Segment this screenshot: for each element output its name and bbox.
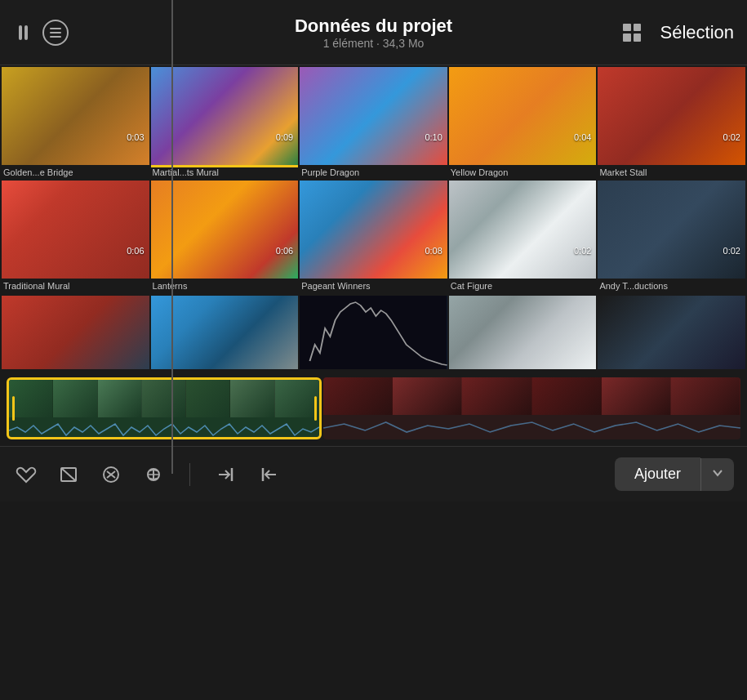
reject-icon	[100, 465, 122, 484]
toolbar-right: Ajouter	[615, 457, 734, 491]
project-title-area: Données du projet 1 élément · 34,3 Mo	[295, 16, 452, 50]
media-item-10[interactable]: 0:02 Andy T...ductions	[598, 181, 745, 292]
bottom-toolbar: Ajouter	[0, 446, 747, 502]
trim-start-button[interactable]	[256, 461, 282, 488]
clip-drag-handle-left[interactable]	[9, 380, 17, 437]
media-grid-container: 0:03 Golden...e Bridge 0:09 Martial...ts…	[0, 65, 747, 371]
media-duration-2: 0:09	[276, 132, 293, 142]
media-duration-5: 0:02	[723, 132, 740, 142]
media-duration-8: 0:08	[425, 246, 442, 256]
media-duration-1: 0:03	[127, 132, 144, 142]
media-duration-9: 0:02	[574, 246, 591, 256]
clip-waveform	[9, 421, 319, 439]
header: Données du projet 1 élément · 34,3 Mo Sé…	[0, 0, 747, 65]
add-button[interactable]: Ajouter	[615, 457, 700, 491]
keyword-icon	[143, 465, 164, 484]
media-duration-10: 0:02	[723, 246, 740, 256]
row3-item-15[interactable]	[598, 296, 745, 369]
media-label-10: Andy T...ductions	[598, 279, 745, 292]
trim-start-icon	[256, 465, 281, 484]
header-controls-left	[13, 20, 69, 46]
heart-icon	[16, 465, 37, 484]
media-item-9[interactable]: 0:02 Cat Figure	[449, 181, 597, 292]
clip-filmstrip	[9, 380, 319, 419]
media-label-4: Yellow Dragon	[449, 165, 597, 179]
media-duration-3: 0:10	[425, 132, 442, 142]
clip-normal-waveform	[323, 418, 740, 438]
trim-end-button[interactable]	[213, 461, 239, 488]
media-label-8: Pageant Winners	[300, 279, 447, 292]
clip-normal-filmstrip	[323, 377, 740, 417]
media-grid: 0:03 Golden...e Bridge 0:09 Martial...ts…	[0, 65, 747, 294]
crop-icon	[58, 465, 79, 484]
row3-item-13[interactable]	[300, 296, 447, 369]
chevron-down-icon	[711, 466, 724, 479]
keyword-button[interactable]	[140, 461, 167, 488]
row3-container	[0, 294, 747, 371]
crop-button[interactable]	[56, 461, 82, 488]
reject-button[interactable]	[98, 461, 124, 488]
timeline-clips-row	[7, 376, 740, 441]
media-item-4[interactable]: 0:04 Yellow Dragon	[449, 67, 597, 179]
media-duration-6: 0:06	[127, 246, 144, 256]
timeline-normal-clip[interactable]	[323, 377, 740, 439]
media-item-3[interactable]: 0:10 Purple Dragon	[300, 67, 447, 179]
menu-button[interactable]	[42, 20, 69, 46]
media-label-9: Cat Figure	[449, 279, 597, 292]
project-title: Données du projet	[295, 16, 452, 37]
timeline-section	[0, 371, 747, 446]
media-item-1[interactable]: 0:03 Golden...e Bridge	[2, 67, 149, 179]
favorite-button[interactable]	[13, 461, 39, 488]
svg-line-2	[61, 468, 76, 481]
grid-icon	[623, 24, 641, 42]
media-item-6[interactable]: 0:06 Traditional Mural	[2, 181, 149, 292]
media-label-3: Purple Dragon	[300, 165, 447, 179]
media-duration-4: 0:04	[574, 132, 591, 142]
add-dropdown-button[interactable]	[700, 458, 734, 491]
media-item-8[interactable]: 0:08 Pageant Winners	[300, 181, 447, 292]
row3-item-14[interactable]	[449, 296, 597, 369]
media-label-6: Traditional Mural	[2, 279, 149, 292]
row3-item-11[interactable]	[2, 296, 149, 369]
toolbar-left	[13, 461, 282, 488]
media-item-5[interactable]: 0:02 Market Stall	[598, 67, 745, 179]
menu-icon	[50, 28, 61, 38]
media-label-5: Market Stall	[598, 165, 745, 179]
selection-button[interactable]: Sélection	[660, 22, 734, 43]
header-controls-right: Sélection	[617, 18, 734, 47]
trim-end-icon	[214, 465, 238, 484]
clip-drag-handle-right[interactable]	[311, 380, 319, 437]
grid-view-button[interactable]	[617, 18, 647, 47]
vertical-guide-line	[171, 0, 173, 474]
media-label-1: Golden...e Bridge	[2, 165, 149, 179]
pause-button[interactable]	[13, 23, 33, 42]
timeline-selected-clip[interactable]	[7, 377, 322, 439]
project-subtitle: 1 élément · 34,3 Mo	[295, 37, 452, 50]
toolbar-divider	[189, 463, 190, 486]
media-duration-7: 0:06	[276, 246, 293, 256]
pause-icon	[19, 25, 28, 40]
